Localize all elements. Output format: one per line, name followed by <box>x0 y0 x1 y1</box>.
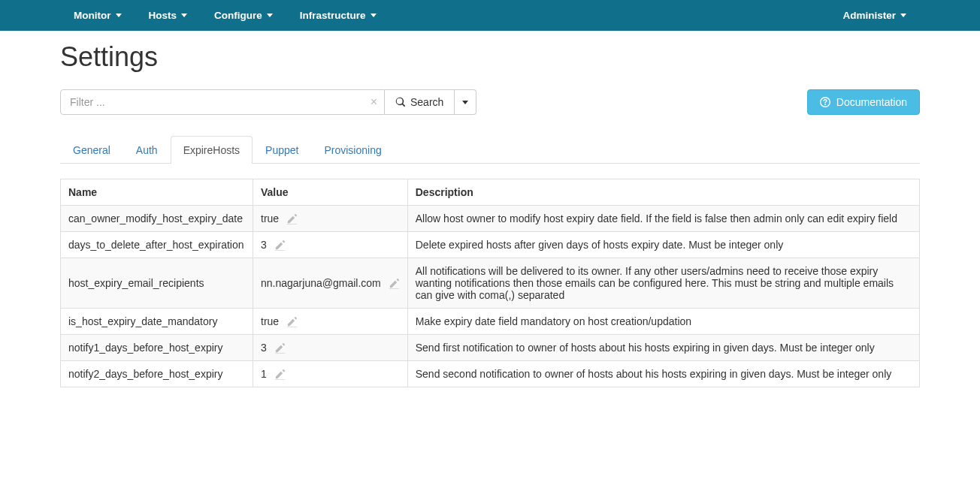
tab-puppet[interactable]: Puppet <box>253 136 311 164</box>
nav-label: Administer <box>842 10 896 21</box>
search-group: × Search <box>60 89 476 115</box>
nav-administer[interactable]: Administer <box>829 0 920 31</box>
table-header-row: Name Value Description <box>61 179 920 206</box>
setting-description: Send first notification to owner of host… <box>407 335 919 361</box>
documentation-button[interactable]: Documentation <box>807 89 920 115</box>
tab-auth[interactable]: Auth <box>123 136 171 164</box>
setting-value: 3 <box>261 342 267 354</box>
help-icon <box>820 97 830 107</box>
nav-hosts[interactable]: Hosts <box>135 0 201 31</box>
col-header-value: Value <box>253 179 408 206</box>
setting-description: Allow host owner to modify host expiry d… <box>407 206 919 232</box>
search-button[interactable]: Search <box>385 89 455 115</box>
chevron-down-icon <box>371 14 377 17</box>
settings-table: Name Value Description can_owner_modify_… <box>60 179 920 387</box>
chevron-down-icon <box>900 14 906 17</box>
setting-name: is_host_expiry_date_mandatory <box>61 309 253 335</box>
nav-monitor[interactable]: Monitor <box>60 0 135 31</box>
setting-description: Send second notification to owner of hos… <box>407 361 919 387</box>
tabs: GeneralAuthExpireHostsPuppetProvisioning <box>60 136 920 164</box>
nav-label: Hosts <box>149 10 177 21</box>
nav-configure[interactable]: Configure <box>201 0 286 31</box>
setting-value: 3 <box>261 239 267 251</box>
search-icon <box>395 97 406 107</box>
setting-name: can_owner_modify_host_expiry_date <box>61 206 253 232</box>
tab-general[interactable]: General <box>60 136 123 164</box>
table-row: host_expiry_email_recipientsnn.nagarjuna… <box>61 258 920 309</box>
setting-value-cell[interactable]: nn.nagarjuna@gmail.com <box>253 258 408 309</box>
navbar-left: Monitor Hosts Configure Infrastructure <box>60 0 390 31</box>
chevron-down-icon <box>181 14 187 17</box>
setting-description: All notifications will be delivered to i… <box>407 258 919 309</box>
clear-icon[interactable]: × <box>371 96 377 108</box>
search-dropdown-button[interactable] <box>455 89 476 115</box>
setting-value-cell[interactable]: 3 <box>253 335 408 361</box>
table-row: days_to_delete_after_host_expiration3Del… <box>61 232 920 258</box>
top-navbar: Monitor Hosts Configure Infrastructure A… <box>0 0 980 31</box>
setting-value: 1 <box>261 368 267 380</box>
col-header-description: Description <box>407 179 919 206</box>
col-header-name: Name <box>61 179 253 206</box>
setting-value-cell[interactable]: 1 <box>253 361 408 387</box>
page-title: Settings <box>60 41 920 73</box>
tab-expirehosts[interactable]: ExpireHosts <box>171 136 253 164</box>
nav-label: Configure <box>214 10 262 21</box>
setting-name: host_expiry_email_recipients <box>61 258 253 309</box>
table-row: is_host_expiry_date_mandatorytrueMake ex… <box>61 309 920 335</box>
setting-description: Make expiry date field mandatory on host… <box>407 309 919 335</box>
setting-value-cell[interactable]: 3 <box>253 232 408 258</box>
nav-label: Infrastructure <box>300 10 366 21</box>
chevron-down-icon <box>116 14 122 17</box>
filter-input[interactable] <box>60 89 385 115</box>
documentation-button-label: Documentation <box>836 96 907 108</box>
edit-icon[interactable] <box>274 369 286 380</box>
setting-description: Delete expired hosts after given days of… <box>407 232 919 258</box>
search-button-label: Search <box>410 96 443 108</box>
setting-value-cell[interactable]: true <box>253 309 408 335</box>
edit-icon[interactable] <box>274 342 286 354</box>
setting-name: notify2_days_before_host_expiry <box>61 361 253 387</box>
edit-icon[interactable] <box>389 278 400 289</box>
chevron-down-icon <box>267 14 273 17</box>
nav-infrastructure[interactable]: Infrastructure <box>286 0 390 31</box>
edit-icon[interactable] <box>286 316 298 327</box>
tab-provisioning[interactable]: Provisioning <box>311 136 394 164</box>
nav-label: Monitor <box>74 10 111 21</box>
setting-value-cell[interactable]: true <box>253 206 408 232</box>
edit-icon[interactable] <box>274 240 286 251</box>
table-row: can_owner_modify_host_expiry_datetrueAll… <box>61 206 920 232</box>
setting-name: days_to_delete_after_host_expiration <box>61 232 253 258</box>
setting-value: nn.nagarjuna@gmail.com <box>261 277 381 289</box>
setting-value: true <box>261 315 279 327</box>
navbar-right: Administer <box>829 0 920 31</box>
table-row: notify1_days_before_host_expiry3Send fir… <box>61 335 920 361</box>
filter-wrap: × <box>60 89 385 115</box>
chevron-down-icon <box>462 101 468 104</box>
toolbar: × Search Documentation <box>60 89 920 115</box>
setting-value: true <box>261 212 279 224</box>
edit-icon[interactable] <box>286 213 298 224</box>
setting-name: notify1_days_before_host_expiry <box>61 335 253 361</box>
table-row: notify2_days_before_host_expiry1Send sec… <box>61 361 920 387</box>
